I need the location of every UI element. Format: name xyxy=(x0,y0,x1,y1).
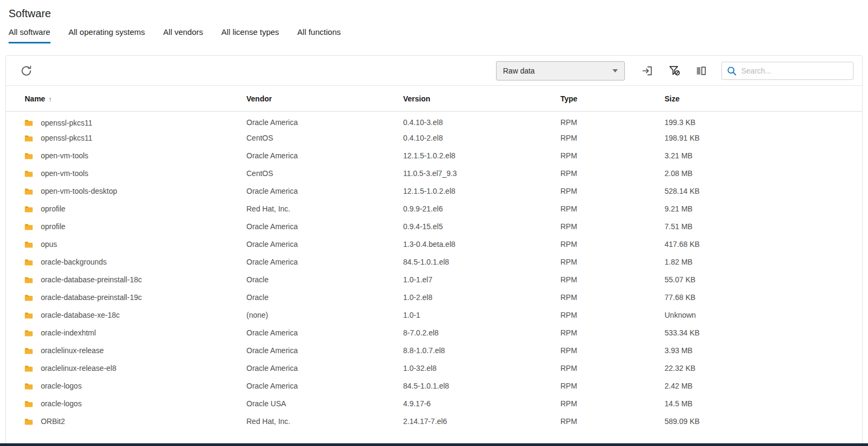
tab-all-functions[interactable]: All functions xyxy=(297,25,341,43)
software-version: 4.9.17-6 xyxy=(399,395,556,413)
table-row[interactable]: oprofile Oracle America 0.9.4-15.el5 RPM… xyxy=(6,218,862,236)
software-version: 1.0-2.el8 xyxy=(399,289,556,306)
software-size: 417.68 KB xyxy=(660,236,862,253)
software-size: 199.3 KB xyxy=(660,112,862,129)
table-row[interactable]: open-vm-tools CentOS 11.0.5-3.el7_9.3 RP… xyxy=(6,165,862,182)
table-row[interactable]: oracle-logos Oracle USA 4.9.17-6 RPM 14.… xyxy=(6,395,862,413)
software-name: oracle-logos xyxy=(41,382,82,391)
tab-bar: All software All operating systems All v… xyxy=(0,21,868,43)
view-select[interactable]: Raw data xyxy=(496,61,625,81)
software-version: 2.14.17-7.el6 xyxy=(399,413,556,430)
software-size: 198.91 KB xyxy=(660,129,862,147)
tab-all-license-types[interactable]: All license types xyxy=(221,25,279,43)
table-row[interactable]: oracle-database-preinstall-19c Oracle 1.… xyxy=(6,289,862,306)
software-size: 7.51 MB xyxy=(660,218,862,236)
table-row[interactable]: oracle-database-xe-18c (none) 1.0-1 RPM … xyxy=(6,306,862,324)
software-type: RPM xyxy=(556,236,660,253)
refresh-button[interactable] xyxy=(19,63,34,78)
table-row[interactable]: oracle-database-preinstall-18c Oracle 1.… xyxy=(6,271,862,289)
software-size: 77.68 KB xyxy=(660,289,862,306)
software-version: 12.1.5-1.0.2.el8 xyxy=(399,182,556,200)
clear-filter-button[interactable] xyxy=(667,63,682,78)
column-header-version[interactable]: Version xyxy=(399,86,556,112)
tab-all-vendors[interactable]: All vendors xyxy=(163,25,203,43)
software-type: RPM xyxy=(556,271,660,289)
software-version: 8.8-1.0.7.el8 xyxy=(399,342,556,360)
folder-icon xyxy=(25,241,33,248)
software-version: 1.0-1.el7 xyxy=(399,271,556,289)
folder-icon xyxy=(25,152,33,159)
software-version: 0.9.9-21.el6 xyxy=(399,200,556,218)
column-header-vendor[interactable]: Vendor xyxy=(242,86,399,112)
software-type: RPM xyxy=(556,129,660,147)
table-row[interactable]: oracle-backgrounds Oracle America 84.5-1… xyxy=(6,253,862,271)
software-type: RPM xyxy=(556,289,660,306)
table-row[interactable]: oracle-logos Oracle America 84.5-1.0.1.e… xyxy=(6,377,862,395)
software-type: RPM xyxy=(556,253,660,271)
column-header-type[interactable]: Type xyxy=(556,86,660,112)
tab-all-operating-systems[interactable]: All operating systems xyxy=(69,25,145,43)
software-size: 533.34 KB xyxy=(660,324,862,342)
software-name: oraclelinux-release xyxy=(41,347,104,355)
folder-icon xyxy=(25,206,33,213)
folder-icon xyxy=(25,330,33,337)
software-name: oracle-database-preinstall-18c xyxy=(41,276,142,284)
table-row[interactable]: oprofile Red Hat, Inc. 0.9.9-21.el6 RPM … xyxy=(6,200,862,218)
software-vendor: Oracle America xyxy=(242,342,399,360)
software-vendor: Red Hat, Inc. xyxy=(242,200,399,218)
export-button[interactable] xyxy=(640,63,655,78)
software-version: 84.5-1.0.1.el8 xyxy=(399,377,556,395)
clear-filter-icon xyxy=(668,64,681,77)
columns-button[interactable] xyxy=(694,63,709,78)
table-row[interactable]: oraclelinux-release-el8 Oracle America 1… xyxy=(6,360,862,377)
table-row[interactable]: oracle-indexhtml Oracle America 8-7.0.2.… xyxy=(6,324,862,342)
software-name: oracle-backgrounds xyxy=(41,258,107,267)
software-vendor: Oracle America xyxy=(242,253,399,271)
software-version: 11.0.5-3.el7_9.3 xyxy=(399,165,556,182)
software-size: 22.32 KB xyxy=(660,360,862,377)
software-vendor: (none) xyxy=(242,306,399,324)
software-type: RPM xyxy=(556,377,660,395)
table-row[interactable]: openssl-pkcs11 CentOS 0.4.10-2.el8 RPM 1… xyxy=(6,129,862,147)
software-table: Name↑ Vendor Version Type Size openssl-p… xyxy=(6,86,862,430)
software-name: ORBit2 xyxy=(41,418,65,426)
software-version: 12.1.5-1.0.2.el8 xyxy=(399,147,556,165)
software-size: 1.82 MB xyxy=(660,253,862,271)
column-header-name[interactable]: Name↑ xyxy=(6,86,242,112)
software-version: 0.9.4-15.el5 xyxy=(399,218,556,236)
folder-icon xyxy=(25,276,33,283)
view-select-value: Raw data xyxy=(503,67,535,75)
software-vendor: Oracle xyxy=(242,289,399,306)
tab-all-software[interactable]: All software xyxy=(9,25,50,43)
table-row[interactable]: oraclelinux-release Oracle America 8.8-1… xyxy=(6,342,862,360)
software-vendor: CentOS xyxy=(242,129,399,147)
column-header-size[interactable]: Size xyxy=(660,86,862,112)
software-vendor: Oracle America xyxy=(242,182,399,200)
search-input[interactable] xyxy=(721,62,854,80)
folder-icon xyxy=(25,259,33,266)
software-size: 55.07 KB xyxy=(660,271,862,289)
software-size: 2.08 MB xyxy=(660,165,862,182)
table-row[interactable]: openssl-pkcs11 Oracle America 0.4.10-3.e… xyxy=(6,112,862,129)
table-row[interactable]: opus Oracle America 1.3-0.4.beta.el8 RPM… xyxy=(6,236,862,253)
bottom-bar xyxy=(0,443,868,446)
software-vendor: Oracle USA xyxy=(242,395,399,413)
software-version: 0.4.10-3.el8 xyxy=(399,112,556,129)
software-version: 84.5-1.0.1.el8 xyxy=(399,253,556,271)
software-vendor: Red Hat, Inc. xyxy=(242,413,399,430)
table-row[interactable]: ORBit2 Red Hat, Inc. 2.14.17-7.el6 RPM 5… xyxy=(6,413,862,430)
software-name: oprofile xyxy=(41,223,65,231)
folder-icon xyxy=(25,400,33,407)
folder-icon xyxy=(25,135,33,142)
software-version: 1.0-32.el8 xyxy=(399,360,556,377)
software-vendor: Oracle xyxy=(242,271,399,289)
software-vendor: Oracle America xyxy=(242,377,399,395)
table-row[interactable]: open-vm-tools Oracle America 12.1.5-1.0.… xyxy=(6,147,862,165)
software-version: 8-7.0.2.el8 xyxy=(399,324,556,342)
folder-icon xyxy=(25,312,33,319)
table-row[interactable]: open-vm-tools-desktop Oracle America 12.… xyxy=(6,182,862,200)
software-size: 9.21 MB xyxy=(660,200,862,218)
software-version: 1.3-0.4.beta.el8 xyxy=(399,236,556,253)
software-vendor: Oracle America xyxy=(242,147,399,165)
page-title: Software xyxy=(0,0,868,21)
